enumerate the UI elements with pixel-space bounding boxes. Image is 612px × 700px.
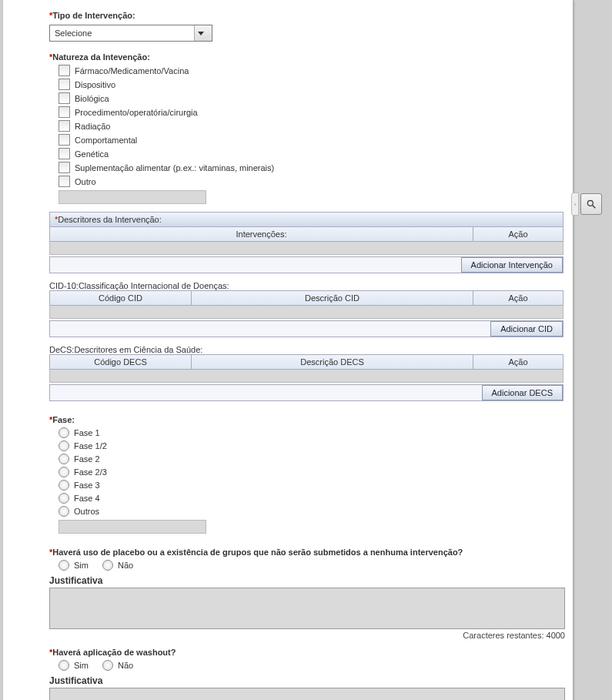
descritores-title: *Descritores da Intervenção:	[49, 212, 564, 227]
table-row	[49, 370, 564, 383]
placebo-justificativa-textarea[interactable]	[49, 588, 565, 629]
radio-label: Outros	[74, 507, 99, 516]
descritores-table: *Descritores da Intervenção: Intervençõe…	[49, 212, 564, 273]
radio-sim[interactable]	[59, 660, 69, 671]
washout-label: *Haverá aplicação de washout?	[49, 648, 564, 657]
fase-radio-group: Fase 1 Fase 1/2 Fase 2 Fase 2/3 Fase 3 F…	[59, 427, 564, 517]
checkbox-label: Genética	[75, 149, 109, 159]
radio-label: Fase 1/2	[74, 441, 107, 450]
col-header: Descrição CID	[191, 291, 473, 305]
col-header: Código CID	[50, 291, 191, 305]
col-header: Descrição DECS	[191, 355, 473, 369]
natureza-checkbox-group: Fármaco/Medicamento/Vacina Dispositivo B…	[59, 65, 564, 187]
checkbox-label: Procedimento/operatória/cirurgia	[75, 108, 198, 117]
fase-label: *Fase:	[49, 415, 564, 424]
radio[interactable]	[59, 506, 69, 517]
expand-tab-icon[interactable]: ›	[571, 193, 579, 216]
radio-label: Fase 4	[74, 494, 100, 503]
justificativa-label: Justificativa	[49, 675, 564, 686]
washout-justificativa-textarea[interactable]	[49, 688, 565, 700]
zoom-button[interactable]	[580, 193, 602, 215]
col-header: Ação	[473, 355, 563, 369]
svg-line-1	[593, 206, 596, 209]
table-row	[49, 242, 564, 255]
cid-label: CID-10:Classificação Internacional de Do…	[49, 281, 564, 290]
radio[interactable]	[59, 467, 69, 477]
checkbox[interactable]	[59, 176, 70, 187]
checkbox[interactable]	[59, 79, 70, 90]
checkbox[interactable]	[59, 162, 70, 173]
add-cid-button[interactable]: Adicionar CID	[490, 321, 563, 337]
col-header: Ação	[473, 291, 563, 305]
side-toolbar: ›	[571, 193, 602, 216]
radio-sim[interactable]	[59, 560, 69, 571]
radio-nao[interactable]	[102, 560, 113, 571]
checkbox-label: Fármaco/Medicamento/Vacina	[75, 66, 189, 75]
checkbox[interactable]	[59, 134, 70, 146]
fase-outros-input	[59, 520, 206, 534]
radio[interactable]	[59, 493, 69, 504]
radio-label: Fase 2/3	[74, 467, 107, 477]
checkbox-label: Dispositivo	[75, 80, 115, 89]
checkbox-label: Radiação	[75, 122, 110, 131]
svg-point-0	[587, 200, 593, 206]
add-intervencao-button[interactable]: Adicionar Intervenção	[461, 257, 563, 273]
radio[interactable]	[59, 480, 69, 491]
checkbox[interactable]	[59, 65, 70, 76]
radio-label: Sim	[74, 661, 89, 670]
radio[interactable]	[59, 440, 69, 451]
checkbox[interactable]	[59, 120, 70, 132]
radio[interactable]	[59, 427, 69, 438]
col-header: Ação	[473, 227, 563, 241]
tipo-intervencao-label: *Tipo de Intervenção:	[49, 11, 564, 20]
tipo-intervencao-select[interactable]: Selecione	[49, 25, 212, 42]
checkbox-label: Suplementação alimentar (p.ex.: vitamina…	[75, 163, 274, 172]
placebo-label: *Haverá uso de placebo ou a existência d…	[49, 548, 564, 557]
radio-label: Fase 3	[74, 481, 100, 490]
radio-nao[interactable]	[102, 660, 113, 671]
natureza-label: *Natureza da Intevenção:	[49, 52, 564, 62]
decs-label: DeCS:Descritores em Ciência da Saúde:	[49, 345, 564, 354]
magnifier-icon	[586, 199, 597, 209]
add-decs-button[interactable]: Adicionar DECS	[482, 385, 563, 400]
table-row	[49, 306, 564, 319]
checkbox[interactable]	[59, 106, 70, 118]
chevron-down-icon	[194, 25, 212, 41]
justificativa-label: Justificativa	[49, 575, 564, 586]
col-header: Intervenções:	[50, 227, 473, 241]
radio-label: Fase 2	[74, 454, 100, 464]
radio[interactable]	[59, 454, 69, 464]
checkbox-label: Comportamental	[75, 136, 137, 145]
radio-label: Não	[118, 661, 133, 670]
radio-label: Fase 1	[74, 428, 100, 437]
checkbox-label: Biológica	[75, 94, 109, 103]
checkbox[interactable]	[59, 92, 70, 104]
checkbox-label: Outro	[75, 177, 96, 186]
char-counter: Caracteres restantes: 4000	[49, 631, 565, 640]
natureza-outro-input	[59, 190, 206, 204]
radio-label: Não	[118, 561, 133, 570]
checkbox[interactable]	[59, 148, 70, 159]
col-header: Código DECS	[50, 355, 191, 369]
radio-label: Sim	[74, 561, 89, 570]
